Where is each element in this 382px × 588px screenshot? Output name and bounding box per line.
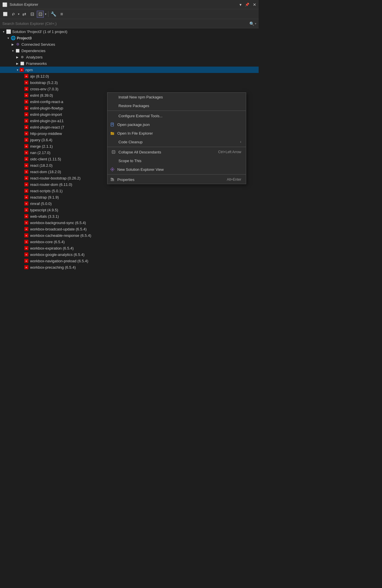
refresh-icon: ↺ <box>12 12 15 16</box>
package-icon: n <box>24 138 28 142</box>
context-menu-item-open-package[interactable]: Open package.json <box>107 120 246 129</box>
svg-rect-0 <box>111 123 114 126</box>
context-menu-item-new-view[interactable]: New Solution Explorer View <box>107 165 246 174</box>
context-menu-item-code-cleanup[interactable]: Code Cleanup › <box>107 138 246 146</box>
context-menu-item-restore[interactable]: Restore Packages <box>107 101 246 110</box>
package-label: react-router-dom (6.11.0) <box>30 182 72 187</box>
list-item[interactable]: n react-scripts (5.0.1) <box>0 188 259 194</box>
package-icon: n <box>24 74 28 78</box>
frameworks-item[interactable]: ▶ ⬜ Frameworks <box>0 60 259 67</box>
scope-icon <box>111 158 116 163</box>
project-expand-arrow[interactable]: ▾ <box>6 36 10 40</box>
context-menu-item-open-explorer[interactable]: Open In File Explorer <box>107 129 246 138</box>
package-icon: n <box>24 233 28 237</box>
toolbar-dropdown-arrow2[interactable]: ▾ <box>45 12 46 16</box>
solution-explorer-icon: ⬜ <box>2 2 7 7</box>
list-item[interactable]: n workbox-core (6.5.4) <box>0 239 259 245</box>
frameworks-expand[interactable]: ▶ <box>15 61 20 66</box>
list-item[interactable]: n web-vitals (3.3.1) <box>0 213 259 219</box>
package-label: eslint-plugin-import <box>30 112 62 117</box>
list-item[interactable]: n reactstrap (9.1.9) <box>0 194 259 200</box>
list-item[interactable]: n workbox-precaching (6.5.4) <box>0 264 259 270</box>
context-menu: Install New npm Packages Restore Package… <box>107 92 246 184</box>
scope-label: Scope to This <box>118 159 141 163</box>
list-item[interactable]: n cross-env (7.0.3) <box>0 86 259 92</box>
package-icon: n <box>24 189 28 193</box>
show-all-files-icon: ⊟ <box>30 11 34 17</box>
search-bar: 🔍 ▾ <box>0 19 259 28</box>
toolbar-filter[interactable]: ⊡ <box>37 11 44 18</box>
toolbar: ⬜ ↺ ▾ ⇄ ⊟ ⊡ ▾ 🔧 ≡ <box>0 9 259 19</box>
list-item[interactable]: n ajv (8.12.0) <box>0 73 259 79</box>
solution-expand-arrow[interactable]: ▾ <box>1 29 6 34</box>
package-label: web-vitals (3.3.1) <box>30 214 59 219</box>
context-menu-item-scope[interactable]: Scope to This <box>107 156 246 165</box>
package-icon: n <box>24 151 28 155</box>
npm-item[interactable]: ▾ n npm <box>0 67 259 73</box>
list-item[interactable]: n workbox-navigation-preload (6.5.4) <box>0 258 259 264</box>
search-icon[interactable]: 🔍 <box>249 21 254 26</box>
package-label: ajv (8.12.0) <box>30 74 49 78</box>
menu-item-left: Code Cleanup <box>111 139 142 144</box>
submenu-arrow-icon: › <box>240 140 241 144</box>
search-input[interactable] <box>2 21 249 26</box>
context-menu-item-configure[interactable]: Configure External Tools... <box>107 111 246 120</box>
project-item[interactable]: ▾ 🌐 Project3 <box>0 35 259 41</box>
package-label: typescript (4.9.5) <box>30 208 58 212</box>
list-item[interactable]: n workbox-expiration (6.5.4) <box>0 245 259 251</box>
toolbar-go-back[interactable]: ⬜ <box>2 11 9 18</box>
close-button[interactable]: ✕ <box>253 2 256 7</box>
context-menu-item-properties[interactable]: Properties Alt+Enter <box>107 175 246 184</box>
toolbar-separator <box>48 11 48 17</box>
list-item[interactable]: n workbox-broadcast-update (6.5.4) <box>0 226 259 232</box>
go-back-icon: ⬜ <box>3 12 8 16</box>
package-icon: n <box>24 106 28 110</box>
package-icon: n <box>24 227 28 231</box>
list-item[interactable]: n workbox-google-analytics (6.5.4) <box>0 251 259 258</box>
package-icon: n <box>24 157 28 161</box>
solution-icon: ⬜ <box>6 29 11 34</box>
properties-shortcut: Alt+Enter <box>227 177 241 182</box>
project-label: Project3 <box>17 36 32 40</box>
dependencies-item[interactable]: ▾ ⬜ Dependencies <box>0 47 259 54</box>
menu-item-left: Properties <box>110 177 134 182</box>
package-icon: n <box>24 208 28 212</box>
context-menu-item-collapse[interactable]: Collapse All Descendants Ctrl+Left Arrow <box>107 148 246 156</box>
context-menu-item-install-npm[interactable]: Install New npm Packages <box>107 93 246 101</box>
package-label: react-router-bootstrap (0.26.2) <box>30 176 81 180</box>
connected-services-item[interactable]: ▶ ⚙ Connected Services <box>0 41 259 47</box>
npm-expand[interactable]: ▾ <box>15 67 20 72</box>
toolbar-collapse-all[interactable]: ⇄ <box>21 11 28 18</box>
list-item[interactable]: n rimraf (5.0.0) <box>0 200 259 207</box>
list-item[interactable]: n workbox-background-sync (6.5.4) <box>0 219 259 226</box>
tree-container[interactable]: ▾ ⬜ Solution 'Project3' (1 of 1 project)… <box>0 28 259 400</box>
analyzers-expand[interactable]: ▶ <box>15 55 20 59</box>
search-dropdown[interactable]: ▾ <box>255 22 256 25</box>
configure-icon <box>111 113 116 118</box>
open-explorer-icon <box>110 131 115 136</box>
open-package-label: Open package.json <box>117 122 150 127</box>
menu-separator-3 <box>107 174 246 175</box>
toolbar-refresh[interactable]: ↺ <box>10 11 17 18</box>
list-item[interactable]: n workbox-cacheable-response (6.5.4) <box>0 232 259 239</box>
frameworks-icon: ⬜ <box>20 61 25 66</box>
analyzers-item[interactable]: ▶ ⚙ Analyzers <box>0 54 259 60</box>
package-label: workbox-broadcast-update (6.5.4) <box>30 227 87 231</box>
dependencies-expand[interactable]: ▾ <box>10 48 15 53</box>
dropdown-button[interactable]: ▾ <box>240 2 242 7</box>
pin-button[interactable]: 📌 <box>245 3 249 7</box>
toolbar-dropdown-arrow1[interactable]: ▾ <box>18 12 19 16</box>
solution-item[interactable]: ▾ ⬜ Solution 'Project3' (1 of 1 project) <box>0 28 259 35</box>
package-label: workbox-navigation-preload (6.5.4) <box>30 259 88 263</box>
restore-icon <box>111 103 116 108</box>
toolbar-settings[interactable]: 🔧 <box>50 11 57 18</box>
toolbar-show-all-files[interactable]: ⊟ <box>29 11 36 18</box>
solution-label: Solution 'Project3' (1 of 1 project) <box>12 30 67 34</box>
menu-separator-2 <box>107 147 246 147</box>
list-item[interactable]: n typescript (4.9.5) <box>0 207 259 213</box>
connected-services-expand[interactable]: ▶ <box>10 42 15 47</box>
toolbar-options[interactable]: ≡ <box>58 11 65 18</box>
package-label: eslint-plugin-react (7 <box>30 125 64 129</box>
package-icon: n <box>24 80 28 85</box>
list-item[interactable]: n bootstrap (5.2.3) <box>0 79 259 86</box>
